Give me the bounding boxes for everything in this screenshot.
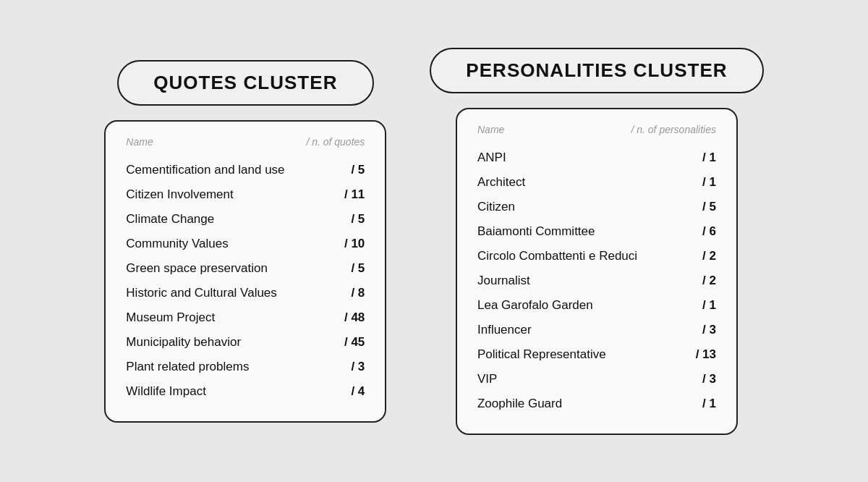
row-name-label: Municipality behavior (126, 335, 241, 350)
table-row: Lea Garofalo Garden / 1 (477, 293, 716, 318)
quotes-cluster-card: Name / n. of quotes Cementification and … (104, 120, 386, 423)
table-row: Citizen Involvement / 11 (126, 182, 365, 207)
table-row: Municipality behavior / 45 (126, 330, 365, 355)
row-count-value: / 8 (328, 286, 365, 300)
row-count-value: / 45 (328, 335, 365, 350)
row-name-label: Circolo Combattenti e Reduci (477, 249, 637, 263)
quotes-card-header: Name / n. of quotes (126, 136, 365, 151)
row-name-label: Cementification and land use (126, 163, 284, 177)
table-row: Historic and Cultural Values / 8 (126, 281, 365, 305)
row-name-label: Citizen Involvement (126, 187, 233, 202)
row-count-value: / 6 (680, 224, 716, 239)
personalities-card-header: Name / n. of personalities (477, 124, 716, 138)
table-row: Cementification and land use / 5 (126, 158, 365, 182)
personalities-cluster-section: PERSONALITIES CLUSTER Name / n. of perso… (430, 48, 763, 435)
row-name-label: Lea Garofalo Garden (477, 298, 593, 313)
row-name-label: Influencer (477, 323, 532, 337)
row-count-value: / 3 (680, 372, 716, 386)
row-name-label: Museum Project (126, 310, 215, 325)
quotes-rows-container: Cementification and land use / 5 Citizen… (126, 158, 365, 404)
table-row: Green space preservation / 5 (126, 256, 365, 281)
row-count-value: / 1 (680, 175, 716, 190)
row-name-label: ANPI (477, 151, 506, 165)
table-row: Circolo Combattenti e Reduci / 2 (477, 244, 716, 269)
table-row: Climate Change / 5 (126, 207, 365, 232)
row-count-value: / 2 (680, 274, 716, 288)
row-name-label: Historic and Cultural Values (126, 286, 277, 300)
table-row: Baiamonti Committee / 6 (477, 219, 716, 244)
table-row: Architect / 1 (477, 170, 716, 195)
row-count-value: / 1 (680, 151, 716, 165)
table-row: Zoophile Guard / 1 (477, 392, 716, 416)
row-count-value: / 4 (328, 384, 365, 399)
row-count-value: / 5 (328, 212, 365, 227)
row-name-label: Political Representative (477, 347, 606, 362)
row-count-value: / 5 (328, 163, 365, 177)
table-row: VIP / 3 (477, 367, 716, 392)
table-row: Political Representative / 13 (477, 342, 716, 367)
row-count-value: / 5 (328, 261, 365, 276)
table-row: Museum Project / 48 (126, 305, 365, 330)
personalities-cluster-title: PERSONALITIES CLUSTER (430, 48, 763, 93)
table-row: Community Values / 10 (126, 232, 365, 256)
row-count-value: / 2 (680, 249, 716, 263)
row-name-label: Baiamonti Committee (477, 224, 595, 239)
row-name-label: VIP (477, 372, 497, 386)
row-count-value: / 1 (680, 298, 716, 313)
quotes-name-col-label: Name (126, 136, 153, 148)
row-count-value: / 3 (328, 360, 365, 374)
table-row: ANPI / 1 (477, 145, 716, 170)
row-name-label: Green space preservation (126, 261, 268, 276)
row-name-label: Zoophile Guard (477, 397, 562, 411)
personalities-rows-container: ANPI / 1 Architect / 1 Citizen / 5 Baiam… (477, 145, 716, 416)
row-name-label: Climate Change (126, 212, 214, 227)
table-row: Journalist / 2 (477, 269, 716, 293)
quotes-cluster-section: QUOTES CLUSTER Name / n. of quotes Cemen… (104, 60, 386, 423)
row-name-label: Plant related problems (126, 360, 249, 374)
personalities-name-col-label: Name (477, 124, 504, 135)
row-name-label: Citizen (477, 200, 515, 214)
row-name-label: Journalist (477, 274, 530, 288)
row-count-value: / 48 (328, 310, 365, 325)
row-count-value: / 11 (328, 187, 365, 202)
row-name-label: Community Values (126, 237, 228, 251)
table-row: Influencer / 3 (477, 318, 716, 342)
row-count-value: / 1 (680, 397, 716, 411)
row-count-value: / 3 (680, 323, 716, 337)
table-row: Plant related problems / 3 (126, 355, 365, 379)
row-name-label: Wildlife Impact (126, 384, 206, 399)
personalities-cluster-card: Name / n. of personalities ANPI / 1 Arch… (456, 108, 738, 435)
quotes-count-col-label: / n. of quotes (306, 136, 365, 148)
quotes-cluster-title: QUOTES CLUSTER (117, 60, 373, 106)
row-count-value: / 5 (680, 200, 716, 214)
row-name-label: Architect (477, 175, 525, 190)
personalities-count-col-label: / n. of personalities (631, 124, 716, 135)
table-row: Wildlife Impact / 4 (126, 379, 365, 404)
row-count-value: / 13 (680, 347, 716, 362)
table-row: Citizen / 5 (477, 195, 716, 219)
row-count-value: / 10 (328, 237, 365, 251)
